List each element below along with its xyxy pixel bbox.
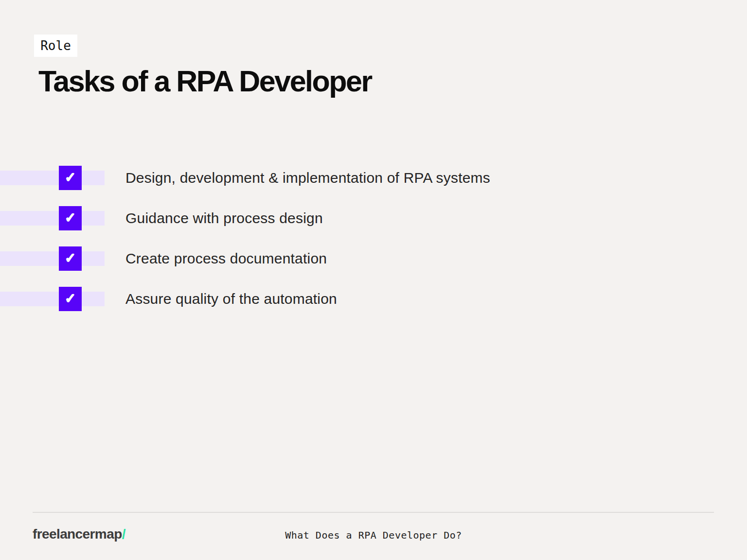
footer-divider bbox=[33, 512, 714, 513]
category-tag: Role bbox=[34, 35, 77, 57]
checkmark-icon: ✓ bbox=[65, 292, 76, 305]
checklist-item: ✓ Create process documentation bbox=[0, 246, 747, 271]
highlight-bar bbox=[0, 211, 105, 226]
checklist-item-label: Design, development & implementation of … bbox=[125, 166, 490, 190]
checklist-item-label: Guidance with process design bbox=[125, 206, 323, 230]
footer-caption: What Does a RPA Developer Do? bbox=[285, 529, 462, 541]
checklist-item-label: Create process documentation bbox=[125, 246, 327, 271]
page-title: Tasks of a RPA Developer bbox=[38, 64, 372, 98]
checkbox-checked: ✓ bbox=[59, 246, 82, 271]
checklist-item: ✓ Assure quality of the automation bbox=[0, 287, 747, 311]
checkbox-checked: ✓ bbox=[59, 166, 82, 190]
brand-logo: freelancermap/ bbox=[33, 526, 125, 542]
task-checklist: ✓ Design, development & implementation o… bbox=[0, 166, 747, 327]
checkmark-icon: ✓ bbox=[65, 252, 76, 265]
checkbox-checked: ✓ bbox=[59, 206, 82, 230]
checklist-item-label: Assure quality of the automation bbox=[125, 287, 337, 311]
checklist-item: ✓ Design, development & implementation o… bbox=[0, 166, 747, 190]
category-tag-label: Role bbox=[40, 38, 71, 53]
checkmark-icon: ✓ bbox=[65, 211, 76, 225]
checkmark-icon: ✓ bbox=[65, 171, 76, 184]
highlight-bar bbox=[0, 171, 105, 185]
checkbox-checked: ✓ bbox=[59, 287, 82, 311]
highlight-bar bbox=[0, 251, 105, 266]
highlight-bar bbox=[0, 292, 105, 306]
checklist-item: ✓ Guidance with process design bbox=[0, 206, 747, 230]
brand-logo-text: freelancermap bbox=[33, 526, 122, 542]
brand-logo-slash-icon: / bbox=[122, 526, 125, 542]
